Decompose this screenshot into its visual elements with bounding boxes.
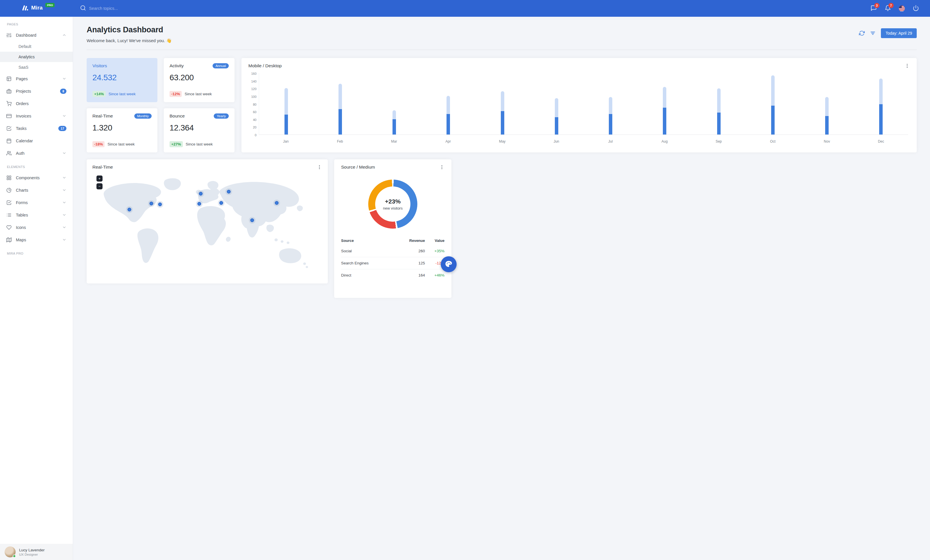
card-title: Real-Time [92, 164, 113, 170]
card-title: Source / Medium [341, 164, 375, 170]
sidebar-item-icons[interactable]: Icons [0, 221, 73, 233]
marker-delhi[interactable] [250, 218, 254, 222]
marker-ankara[interactable] [219, 201, 223, 205]
revenue-cell: 125 [394, 257, 425, 269]
mobile-segment [393, 119, 396, 135]
count-badge: 8 [60, 89, 66, 94]
period-badge[interactable]: Monthly [134, 114, 152, 119]
world-map-svg [92, 172, 322, 275]
sidebar-item-label: Invoices [16, 114, 31, 118]
period-badge[interactable]: Annual [212, 63, 229, 68]
sidebar-item-pages[interactable]: Pages [0, 72, 73, 85]
kebab-icon [439, 164, 445, 170]
bar-feb[interactable] [339, 84, 342, 135]
pro-badge: PRO [45, 3, 55, 7]
more-options-button[interactable] [317, 164, 322, 170]
sidebar-item-auth[interactable]: Auth [0, 147, 73, 160]
mobile-segment [285, 115, 288, 135]
desktop-segment [339, 84, 342, 109]
more-options-button[interactable] [439, 164, 445, 170]
stat-title: Visitors [92, 63, 107, 68]
mobile-segment [447, 114, 450, 135]
mobile-desktop-bar-chart: 020406080100120140160JanFebMarAprMayJunJ… [248, 71, 465, 145]
page-title: Analytics Dashboard [87, 25, 172, 34]
table-header: Revenue [394, 236, 425, 245]
sidebar-item-tables[interactable]: Tables [0, 209, 73, 221]
bar-mar[interactable] [393, 110, 396, 135]
top-navbar: Mira PRO 3 7 [0, 0, 465, 17]
sidebar-item-maps[interactable]: Maps [0, 233, 73, 246]
world-map[interactable]: + − [92, 172, 322, 275]
kebab-icon [317, 164, 322, 170]
source-cell: Direct [341, 269, 394, 280]
calendar-icon [6, 138, 12, 143]
search-input[interactable] [89, 6, 161, 11]
sidebar-section-label: PAGES [0, 17, 73, 29]
marker-chicago[interactable] [149, 202, 153, 206]
delta-badge: +14% [92, 91, 106, 97]
sidebar-item-calendar[interactable]: Calendar [0, 135, 73, 147]
chevron-down-icon [62, 188, 66, 192]
y-axis-tick: 40 [248, 118, 257, 121]
sidebar-item-tasks[interactable]: Tasks17 [0, 122, 73, 135]
marker-new-york[interactable] [158, 203, 162, 206]
sidebar-item-label: Projects [16, 89, 31, 94]
delta-badge: +27% [169, 141, 183, 147]
sidebar-item-invoices[interactable]: Invoices [0, 110, 73, 122]
stat-title: Bounce [169, 114, 185, 119]
revenue-cell: 260 [394, 245, 425, 257]
sidebar-item-orders[interactable]: Orders [0, 97, 73, 110]
y-axis-tick: 80 [248, 103, 257, 106]
marker-london[interactable] [199, 192, 203, 196]
theme-settings-fab[interactable] [441, 256, 457, 272]
sidebar-item-analytics[interactable]: Analytics [0, 52, 73, 62]
desktop-segment [447, 96, 450, 114]
main-content: Analytics Dashboard Welcome back, Lucy! … [73, 17, 465, 280]
sidebar-item-components[interactable]: Components [0, 172, 73, 184]
stat-note: Since last week [185, 92, 212, 96]
stat-note: Since last week [186, 142, 213, 146]
realtime-map-card: Real-Time [87, 160, 328, 280]
delta-badge: -18% [92, 141, 105, 147]
bar-jan[interactable] [285, 88, 288, 135]
marker-san-francisco[interactable] [127, 208, 131, 212]
stat-note: Since last week [108, 142, 135, 146]
sidebar-item-charts[interactable]: Charts [0, 184, 73, 196]
search-icon [80, 5, 86, 12]
source-table: SourceRevenueValue Social260+35%Search E… [341, 236, 445, 280]
marker-moscow[interactable] [227, 190, 231, 193]
y-axis-tick: 100 [248, 95, 257, 98]
desktop-segment [393, 110, 396, 119]
brand[interactable]: Mira PRO [0, 4, 73, 13]
mira-logo-icon [21, 4, 29, 13]
period-badge[interactable]: Yearly [214, 114, 229, 119]
sidebar-item-label: Dashboard [16, 33, 36, 38]
value-cell: +46% [425, 269, 445, 280]
marker-madrid[interactable] [197, 202, 201, 206]
y-axis-tick: 140 [248, 80, 257, 83]
sidebar-item-forms[interactable]: Forms [0, 196, 73, 209]
card-title: Mobile / Desktop [248, 63, 282, 68]
credit-card-icon [6, 114, 12, 119]
map-zoom-out-button[interactable]: − [97, 183, 103, 189]
y-axis-tick: 20 [248, 126, 257, 129]
donut-center-label: new visitors [383, 206, 403, 210]
users-icon [6, 151, 12, 156]
sidebar-item-label: Icons [16, 225, 26, 230]
marker-beijing[interactable] [275, 201, 279, 205]
map-zoom-in-button[interactable]: + [97, 175, 103, 181]
sidebar-item-dashboard[interactable]: Dashboard [0, 29, 73, 41]
mobile-desktop-card: Mobile / Desktop 020406080100120140160Ja… [242, 58, 465, 152]
y-axis-tick: 60 [248, 110, 257, 114]
bar-apr[interactable] [447, 96, 450, 135]
delta-badge: -12% [169, 91, 182, 97]
chevron-down-icon [62, 213, 66, 217]
sidebar-item-projects[interactable]: Projects8 [0, 85, 73, 97]
sidebar-item-label: Orders [16, 101, 29, 106]
sidebar-item-default[interactable]: Default [0, 41, 73, 52]
sidebar-item-label: Calendar [16, 138, 33, 143]
chevron-down-icon [62, 151, 66, 155]
heart-icon [6, 225, 12, 230]
sidebar-item-saas[interactable]: SaaS [0, 62, 73, 72]
table-row: Search Engines125-12% [341, 257, 445, 269]
